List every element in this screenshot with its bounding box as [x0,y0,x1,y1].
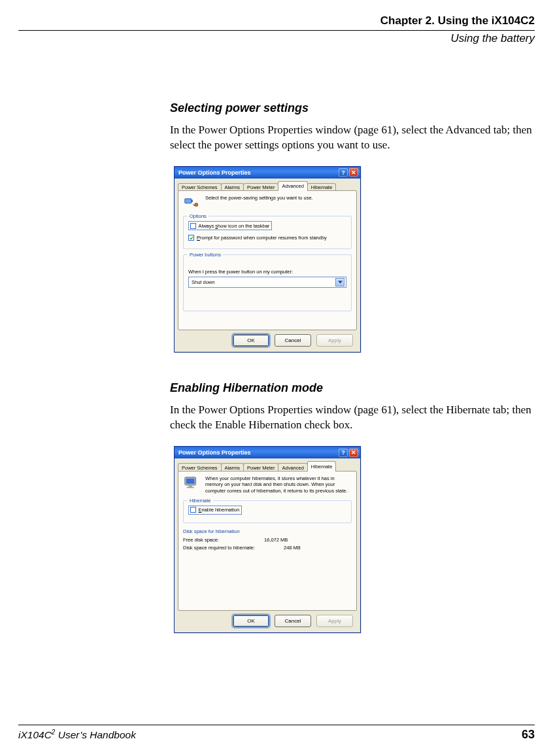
svg-rect-0 [185,199,192,203]
power-options-dialog-advanced: Power Options Properties ? ✕ Power Schem… [174,166,361,353]
group-power-buttons: Power buttons When I press the power but… [183,254,352,311]
dropdown-value: Shut down [192,279,214,285]
cancel-button[interactable]: Cancel [275,334,311,347]
free-disk-space-row: Free disk space: 16,072 MB [183,537,352,543]
page-number: 63 [522,728,535,742]
header-rule [18,30,535,31]
tab-advanced[interactable]: Advanced [278,181,307,192]
help-button[interactable]: ? [339,168,348,177]
legend-disk-space: Disk space for hibernation [183,528,352,534]
cancel-button[interactable]: Cancel [275,615,311,627]
tab-strip: Power Schemes Alarms Power Meter Advance… [178,461,357,472]
close-button[interactable]: ✕ [349,168,358,177]
checkbox-label: Always show icon on the taskbar [199,223,270,229]
para-selecting-power-settings: In the Power Options Properties window (… [170,123,543,153]
close-button[interactable]: ✕ [349,449,358,457]
svg-rect-1 [192,200,193,202]
chevron-down-icon [335,278,344,286]
heading-enabling-hibernation: Enabling Hibernation mode [170,381,543,395]
svg-rect-2 [195,203,197,206]
check-icon [190,236,193,240]
legend-options: Options [188,213,209,219]
checkbox-show-taskbar-icon[interactable]: Always show icon on the taskbar [188,221,272,230]
free-disk-space-label: Free disk space: [183,537,255,543]
group-options: Options Always show icon on the taskbar [183,216,352,249]
help-icon: ? [341,169,345,176]
checkbox-label: Enable hibernation [199,507,240,513]
para-enabling-hibernation: In the Power Options Properties window (… [170,403,543,433]
titlebar: Power Options Properties ? ✕ [175,167,360,179]
tab-hibernate[interactable]: Hibernate [307,461,337,472]
close-icon: ✕ [351,169,356,176]
help-button[interactable]: ? [339,449,348,457]
svg-rect-5 [188,485,192,487]
ok-button[interactable]: OK [233,334,269,347]
required-disk-space-label: Disk space required to hibernate: [183,545,275,551]
window-title: Power Options Properties [178,169,339,176]
chapter-title: Chapter 2. Using the iX104C2 [18,14,535,27]
apply-button[interactable]: Apply [316,334,353,347]
tab-strip: Power Schemes Alarms Power Meter Advance… [178,181,357,192]
apply-button[interactable]: Apply [316,615,353,627]
monitor-icon [183,475,200,490]
power-options-dialog-hibernate: Power Options Properties ? ✕ Power Schem… [174,446,361,633]
group-disk-space: Disk space for hibernation Free disk spa… [183,528,352,551]
titlebar: Power Options Properties ? ✕ [175,447,360,458]
battery-plug-icon [183,195,200,209]
legend-power-buttons: Power buttons [188,252,223,258]
power-button-question: When I press the power button on my comp… [188,269,346,275]
required-disk-space-value: 248 MB [284,545,301,551]
help-icon: ? [341,449,345,456]
dialog-intro-text: When your computer hibernates, it stores… [205,475,352,494]
window-title: Power Options Properties [178,449,339,456]
power-button-action-dropdown[interactable]: Shut down [188,277,346,288]
svg-rect-4 [186,478,195,483]
section-title: Using the battery [18,32,535,45]
required-disk-space-row: Disk space required to hibernate: 248 MB [183,545,352,551]
checkbox-enable-hibernation[interactable]: Enable hibernation [188,506,242,515]
checkbox-label: Prompt for password when computer resume… [197,235,327,241]
checkbox-box [188,235,194,241]
footer-rule [18,725,535,725]
checkbox-box [190,223,196,229]
heading-selecting-power-settings: Selecting power settings [170,101,543,115]
footer-book-title: iX104C2 User’s Handbook [18,729,136,741]
svg-rect-6 [187,487,194,488]
legend-hibernate: Hibernate [188,498,213,504]
checkbox-prompt-password[interactable]: Prompt for password when computer resume… [188,235,346,241]
dialog-intro-text: Select the power-saving settings you wan… [205,195,313,201]
group-hibernate: Hibernate Enable hibernation [183,500,352,523]
free-disk-space-value: 16,072 MB [264,537,288,543]
checkbox-box [190,507,196,513]
close-icon: ✕ [351,449,356,456]
ok-button[interactable]: OK [233,615,269,627]
